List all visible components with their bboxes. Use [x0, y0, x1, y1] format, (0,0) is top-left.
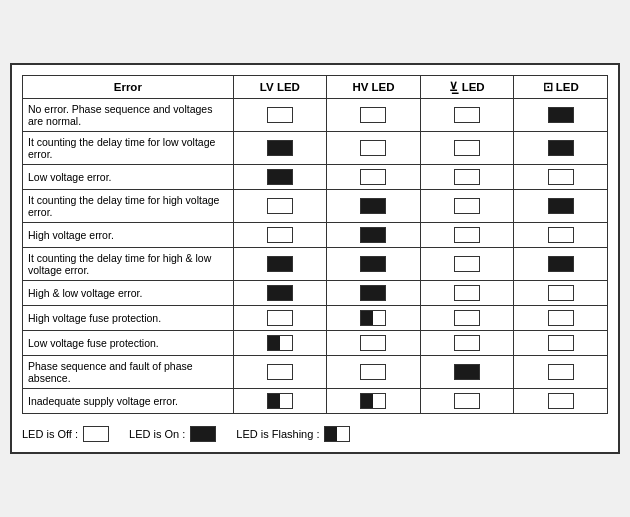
fuse-led-cell	[420, 281, 514, 306]
fuse-led-cell	[420, 223, 514, 248]
led-indicator	[548, 335, 574, 351]
led-indicator	[267, 198, 293, 214]
lv-led-cell	[233, 132, 327, 165]
error-desc: High voltage fuse protection.	[23, 306, 234, 331]
lv-led-cell	[233, 248, 327, 281]
led-indicator	[360, 256, 386, 272]
error-desc: High & low voltage error.	[23, 281, 234, 306]
led-indicator	[267, 256, 293, 272]
led-indicator	[454, 310, 480, 326]
fuse-icon: ⊻̲	[449, 81, 458, 93]
error-desc: Phase sequence and fault of phase absenc…	[23, 356, 234, 389]
lv-led-cell	[233, 356, 327, 389]
phase-led-cell	[514, 356, 608, 389]
led-indicator	[360, 198, 386, 214]
table-row: High & low voltage error.	[23, 281, 608, 306]
lv-led-cell	[233, 281, 327, 306]
phase-led-cell	[514, 165, 608, 190]
table-row: Low voltage error.	[23, 165, 608, 190]
led-indicator	[267, 285, 293, 301]
legend-flash-label: LED is Flashing :	[236, 428, 319, 440]
table-row: It counting the delay time for low volta…	[23, 132, 608, 165]
led-indicator	[360, 140, 386, 156]
fuse-led-cell	[420, 306, 514, 331]
hv-led-cell	[327, 331, 421, 356]
error-desc: No error. Phase sequence and voltages ar…	[23, 99, 234, 132]
led-on-example	[190, 426, 216, 442]
led-indicator	[548, 227, 574, 243]
fuse-led-cell	[420, 190, 514, 223]
phase-led-cell	[514, 306, 608, 331]
led-indicator	[360, 169, 386, 185]
error-desc: It counting the delay time for high & lo…	[23, 248, 234, 281]
led-indicator	[548, 310, 574, 326]
led-indicator	[454, 107, 480, 123]
led-indicator	[267, 393, 293, 409]
led-indicator	[360, 285, 386, 301]
table-row: Low voltage fuse protection.	[23, 331, 608, 356]
led-indicator	[548, 107, 574, 123]
led-indicator	[548, 140, 574, 156]
hv-led-cell	[327, 306, 421, 331]
hv-led-cell	[327, 99, 421, 132]
fuse-led-cell	[420, 331, 514, 356]
legend-off: LED is Off :	[22, 426, 109, 442]
led-indicator	[360, 227, 386, 243]
fuse-led-cell	[420, 356, 514, 389]
table-row: It counting the delay time for high & lo…	[23, 248, 608, 281]
phase-led-cell	[514, 99, 608, 132]
led-indicator	[454, 140, 480, 156]
col-header-error: Error	[23, 76, 234, 99]
phase-led-cell	[514, 281, 608, 306]
led-indicator	[360, 310, 386, 326]
led-indicator	[360, 393, 386, 409]
led-indicator	[360, 107, 386, 123]
lv-led-cell	[233, 331, 327, 356]
table-row: It counting the delay time for high volt…	[23, 190, 608, 223]
led-indicator	[548, 169, 574, 185]
legend-off-label: LED is Off :	[22, 428, 78, 440]
error-desc: It counting the delay time for high volt…	[23, 190, 234, 223]
hv-led-cell	[327, 248, 421, 281]
table-row: No error. Phase sequence and voltages ar…	[23, 99, 608, 132]
fuse-led-cell	[420, 132, 514, 165]
col-header-hv: HV LED	[327, 76, 421, 99]
error-table: Error LV LED HV LED ⊻̲ LED ⊡ LED No erro…	[22, 75, 608, 414]
led-indicator	[267, 364, 293, 380]
fuse-led-cell	[420, 248, 514, 281]
led-indicator	[454, 285, 480, 301]
led-indicator	[454, 364, 480, 380]
error-desc: It counting the delay time for low volta…	[23, 132, 234, 165]
hv-led-cell	[327, 389, 421, 414]
led-indicator	[454, 393, 480, 409]
hv-led-cell	[327, 190, 421, 223]
error-desc: Low voltage error.	[23, 165, 234, 190]
led-indicator	[454, 256, 480, 272]
lv-led-cell	[233, 99, 327, 132]
led-indicator	[267, 169, 293, 185]
table-row: High voltage fuse protection.	[23, 306, 608, 331]
legend-on-label: LED is On :	[129, 428, 185, 440]
led-indicator	[267, 227, 293, 243]
phase-led-cell	[514, 132, 608, 165]
led-indicator	[454, 227, 480, 243]
lv-led-cell	[233, 306, 327, 331]
led-indicator	[267, 335, 293, 351]
led-indicator	[548, 393, 574, 409]
led-indicator	[360, 364, 386, 380]
phase-icon: ⊡	[543, 81, 553, 93]
phase-led-cell	[514, 223, 608, 248]
error-desc: Inadequate supply voltage error.	[23, 389, 234, 414]
phase-led-cell	[514, 190, 608, 223]
error-desc: High voltage error.	[23, 223, 234, 248]
led-indicator	[548, 285, 574, 301]
led-indicator	[267, 140, 293, 156]
table-row: Phase sequence and fault of phase absenc…	[23, 356, 608, 389]
col-header-fuse: ⊻̲ LED	[420, 76, 514, 99]
led-flash-example	[324, 426, 350, 442]
legend-on: LED is On :	[129, 426, 216, 442]
error-desc: Low voltage fuse protection.	[23, 331, 234, 356]
led-indicator	[548, 256, 574, 272]
led-indicator	[360, 335, 386, 351]
phase-led-cell	[514, 331, 608, 356]
